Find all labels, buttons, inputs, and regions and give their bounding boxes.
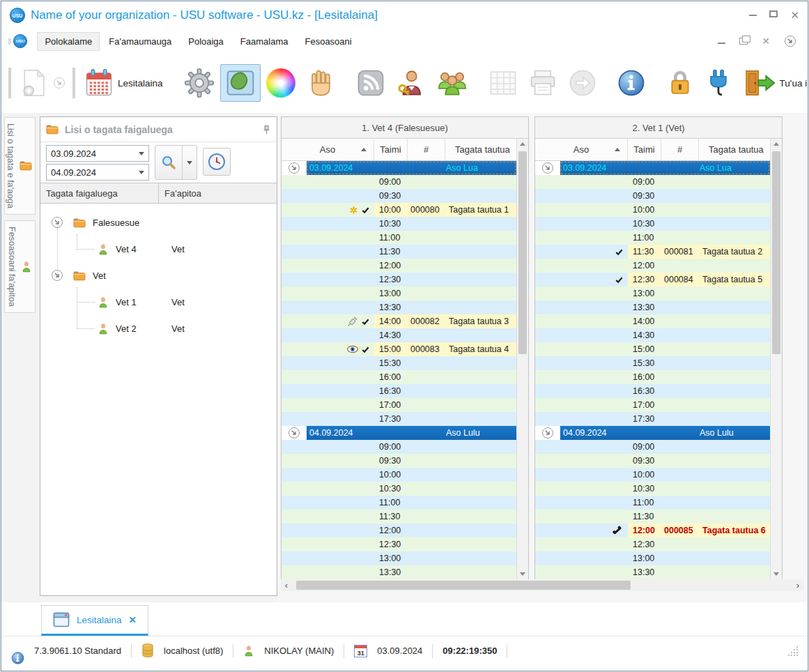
- date-group-row[interactable]: 03.09.2024Aso Lua: [282, 161, 516, 175]
- schedule-row[interactable]: 11:00: [535, 496, 770, 510]
- schedule-row[interactable]: 15:30: [535, 356, 770, 370]
- slot-time[interactable]: 11:00: [628, 231, 661, 245]
- feed-button[interactable]: [351, 65, 390, 101]
- slot-time[interactable]: 12:00: [374, 259, 408, 273]
- slot-client[interactable]: Tagata tautua 6: [699, 524, 770, 537]
- schedule-row[interactable]: 10:00: [282, 468, 516, 482]
- schedule-row[interactable]: 11:00: [282, 496, 516, 510]
- column-header-aso[interactable]: Aso: [282, 139, 374, 160]
- schedule-row[interactable]: 12:30: [535, 537, 770, 551]
- resize-grip[interactable]: [788, 646, 798, 656]
- slot-time[interactable]: 13:30: [628, 300, 661, 314]
- slot-client[interactable]: Tagata tautua 4: [445, 342, 516, 356]
- schedule-row[interactable]: 09:30: [535, 454, 770, 468]
- schedule-row[interactable]: 12:30: [282, 537, 516, 551]
- new-document-button[interactable]: [15, 64, 53, 102]
- scroll-up-arrow[interactable]: [771, 139, 782, 149]
- slot-time[interactable]: 14:00: [628, 314, 661, 328]
- tree-group-row[interactable]: Falesuesue: [40, 209, 277, 236]
- schedule-row[interactable]: 11:30: [535, 510, 770, 524]
- vertical-scrollbar[interactable]: [770, 139, 782, 579]
- schedule-row[interactable]: 13:00: [282, 287, 516, 300]
- slot-time[interactable]: 17:30: [628, 412, 661, 426]
- mdi-minimize-button[interactable]: [718, 38, 725, 44]
- menu-logo-icon[interactable]: USU: [13, 34, 27, 48]
- search-button[interactable]: [155, 145, 197, 180]
- schedule-row[interactable]: 11:00: [535, 231, 770, 245]
- tab-close-icon[interactable]: ✕: [129, 614, 137, 625]
- tree-employee-row[interactable]: Vet 1Vet: [40, 289, 277, 315]
- menu-item-faamaumauga[interactable]: Fa'amaumauga: [101, 32, 179, 51]
- menu-item-poloaiga[interactable]: Poloaiga: [180, 32, 231, 51]
- menu-overflow-button[interactable]: [784, 35, 796, 47]
- slot-time[interactable]: 15:30: [628, 356, 661, 370]
- slot-time[interactable]: 10:30: [374, 217, 408, 231]
- slot-time[interactable]: 13:00: [374, 551, 408, 565]
- schedule-row[interactable]: 12:00: [535, 259, 770, 273]
- column-header-taimi[interactable]: Taimi: [628, 139, 661, 160]
- menu-item-fesoasoani[interactable]: Fesoasoani: [297, 32, 359, 51]
- scrollbar-thumb[interactable]: [296, 581, 631, 590]
- slot-time[interactable]: 11:30: [628, 510, 661, 524]
- forward-button[interactable]: [563, 65, 602, 101]
- search-dropdown-button[interactable]: [182, 146, 197, 179]
- slot-time[interactable]: 17:00: [374, 398, 408, 412]
- date-group-row[interactable]: 03.09.2024Aso Lua: [535, 161, 770, 175]
- schedule-row[interactable]: 12:30000084Tagata tautua 5: [535, 273, 770, 287]
- schedule-row[interactable]: 10:00: [535, 203, 770, 217]
- schedule-row[interactable]: 15:00000083Tagata tautua 4: [282, 342, 516, 356]
- schedule-button[interactable]: Lesitalaina: [79, 64, 169, 102]
- slot-time[interactable]: 09:00: [628, 175, 661, 189]
- slot-time[interactable]: 16:00: [374, 370, 408, 384]
- schedule-row[interactable]: 11:30000081Tagata tautua 2: [535, 245, 770, 259]
- vertical-scrollbar[interactable]: [516, 139, 528, 579]
- slot-time[interactable]: 11:30: [374, 510, 408, 524]
- schedule-row[interactable]: 09:00: [282, 440, 516, 454]
- schedule-row[interactable]: 13:00: [535, 551, 770, 565]
- slot-time[interactable]: 14:30: [628, 328, 661, 342]
- column-header-client[interactable]: Tagata tautua: [445, 139, 516, 160]
- slot-time[interactable]: 09:00: [374, 440, 408, 454]
- schedule-row[interactable]: 13:00: [535, 287, 770, 300]
- slot-time[interactable]: 11:00: [628, 496, 661, 510]
- exit-button[interactable]: Tu'ua i fafo: [737, 64, 808, 102]
- schedule-row[interactable]: 17:30: [535, 412, 770, 426]
- slot-client[interactable]: Tagata tautua 2: [699, 245, 770, 259]
- collapse-button[interactable]: [535, 426, 560, 440]
- info-icon[interactable]: [11, 644, 24, 657]
- slot-time[interactable]: 16:00: [628, 370, 661, 384]
- schedule-row[interactable]: 13:30: [535, 300, 770, 314]
- date-from-input[interactable]: 03.09.2024: [46, 145, 149, 162]
- collapse-button[interactable]: [282, 161, 307, 175]
- horizontal-scrollbar[interactable]: ‹ ›: [281, 579, 803, 591]
- schedule-row[interactable]: 13:30: [282, 565, 516, 579]
- schedule-row[interactable]: 14:00: [535, 314, 770, 328]
- tab-lesitalaina[interactable]: Lesitalaina ✕: [41, 605, 148, 636]
- info-button[interactable]: [612, 65, 651, 101]
- schedule-row[interactable]: 16:00: [282, 370, 516, 384]
- slot-time[interactable]: 15:30: [374, 356, 408, 370]
- slot-time[interactable]: 13:30: [374, 300, 408, 314]
- schedule-row[interactable]: 10:00000080Tagata tautua 1: [282, 203, 516, 217]
- slot-number[interactable]: 000080: [408, 203, 445, 217]
- schedule-row[interactable]: 12:30: [282, 273, 516, 287]
- schedule-row[interactable]: 16:30: [282, 384, 516, 398]
- schedule-row[interactable]: 09:00: [282, 175, 516, 189]
- slot-time[interactable]: 17:00: [628, 398, 661, 412]
- slot-client[interactable]: Tagata tautua 1: [445, 203, 516, 217]
- slot-time[interactable]: 12:30: [628, 537, 661, 551]
- slot-time[interactable]: 16:30: [628, 384, 661, 398]
- slot-time[interactable]: 09:00: [628, 440, 661, 454]
- schedule-row[interactable]: 14:30: [535, 328, 770, 342]
- slot-time[interactable]: 11:30: [628, 245, 661, 259]
- slot-time[interactable]: 11:30: [374, 245, 408, 259]
- slot-time[interactable]: 12:30: [628, 273, 661, 287]
- print-button[interactable]: [523, 65, 563, 101]
- slot-time[interactable]: 12:30: [374, 537, 408, 551]
- schedule-row[interactable]: 12:00000085Tagata tautua 6: [535, 524, 770, 537]
- column-header-number[interactable]: #: [661, 139, 699, 160]
- slot-time[interactable]: 10:30: [628, 482, 661, 496]
- slot-time[interactable]: 10:00: [374, 468, 408, 482]
- column-header-specialty[interactable]: Fa'apitoa: [159, 183, 207, 203]
- slot-client[interactable]: Tagata tautua 5: [699, 273, 770, 287]
